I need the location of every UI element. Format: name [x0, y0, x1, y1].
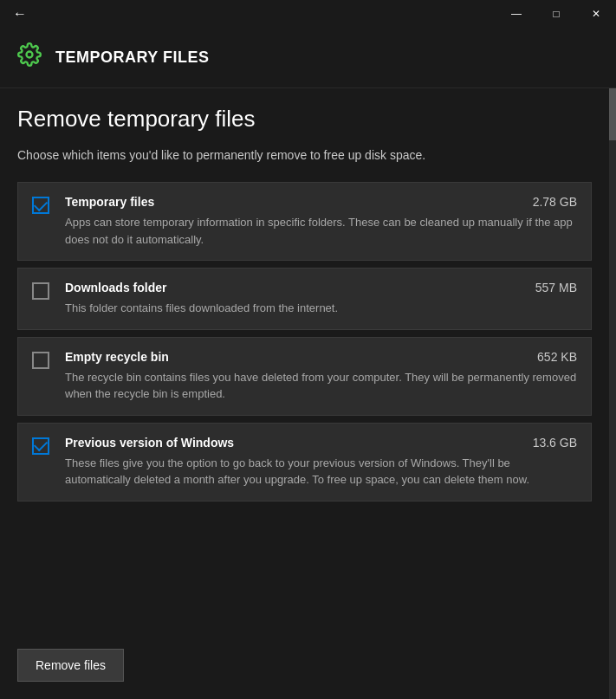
checkbox-wrapper	[32, 352, 53, 372]
checkbox-wrapper	[32, 437, 53, 458]
scrollbar-thumb[interactable]	[609, 88, 616, 140]
checkbox-previous-windows[interactable]	[32, 437, 49, 455]
file-info: Empty recycle bin652 KBThe recycle bin c…	[65, 350, 577, 403]
file-description: The recycle bin contains files you have …	[65, 369, 577, 403]
checkbox-downloads-folder[interactable]	[32, 282, 49, 300]
scrollbar-track[interactable]	[609, 88, 616, 699]
header-title: TEMPORARY FILES	[55, 49, 210, 67]
title-bar: ← — □ ✕	[0, 0, 616, 28]
file-name: Temporary files	[65, 195, 154, 209]
window-controls: — □ ✕	[496, 0, 616, 28]
file-header: Downloads folder557 MB	[65, 281, 577, 294]
app-header: TEMPORARY FILES	[0, 28, 616, 88]
minimize-button[interactable]: —	[496, 0, 536, 28]
file-header: Temporary files2.78 GB	[65, 195, 577, 209]
file-description: Apps can store temporary information in …	[65, 214, 577, 248]
back-button[interactable]: ←	[0, 0, 40, 28]
file-description: These files give you the option to go ba…	[65, 455, 577, 489]
file-name: Previous version of Windows	[65, 436, 234, 450]
gear-icon	[17, 42, 42, 73]
file-description: This folder contains files downloaded fr…	[65, 300, 577, 317]
file-item[interactable]: Empty recycle bin652 KBThe recycle bin c…	[17, 337, 592, 416]
file-size: 557 MB	[535, 281, 577, 294]
file-size: 2.78 GB	[533, 195, 577, 209]
file-info: Previous version of Windows13.6 GBThese …	[65, 436, 577, 489]
maximize-button[interactable]: □	[536, 0, 576, 28]
file-items-list: Temporary files2.78 GBApps can store tem…	[17, 182, 592, 502]
page-description: Choose which items you'd like to permane…	[17, 146, 592, 165]
page-title: Remove temporary files	[17, 106, 592, 133]
file-size: 652 KB	[537, 350, 577, 364]
checkbox-wrapper	[32, 197, 53, 217]
file-item[interactable]: Previous version of Windows13.6 GBThese …	[17, 423, 592, 502]
main-content: Remove temporary files Choose which item…	[0, 88, 609, 699]
svg-point-0	[27, 52, 33, 58]
remove-files-button[interactable]: Remove files	[17, 649, 124, 682]
close-button[interactable]: ✕	[576, 0, 616, 28]
file-info: Downloads folder557 MBThis folder contai…	[65, 281, 577, 317]
file-item[interactable]: Temporary files2.78 GBApps can store tem…	[17, 182, 592, 261]
file-header: Previous version of Windows13.6 GB	[65, 436, 577, 450]
file-info: Temporary files2.78 GBApps can store tem…	[65, 195, 577, 248]
file-name: Empty recycle bin	[65, 350, 169, 364]
file-name: Downloads folder	[65, 281, 166, 294]
file-item[interactable]: Downloads folder557 MBThis folder contai…	[17, 268, 592, 330]
file-size: 13.6 GB	[533, 436, 577, 450]
file-header: Empty recycle bin652 KB	[65, 350, 577, 364]
checkbox-empty-recycle-bin[interactable]	[32, 352, 49, 369]
checkbox-temporary-files[interactable]	[32, 197, 49, 214]
checkbox-wrapper	[32, 282, 53, 303]
remove-button-container: Remove files	[17, 649, 124, 682]
